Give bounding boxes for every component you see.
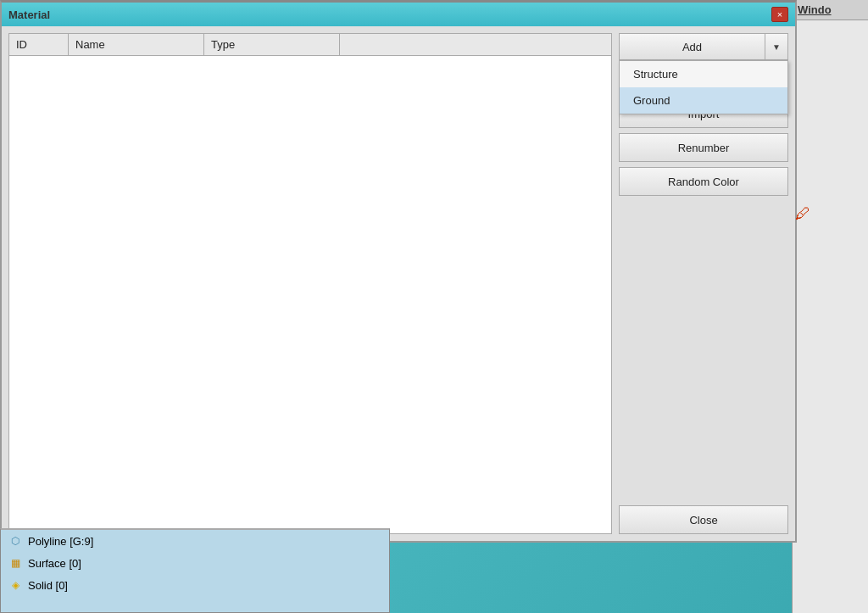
right-panel: Windo bbox=[792, 0, 868, 613]
cursor-icon: 🖊 bbox=[795, 205, 810, 223]
polyline-label: Polyline [G:9] bbox=[28, 535, 93, 548]
bottom-item-polyline[interactable]: ⬡ Polyline [G:9] bbox=[1, 530, 389, 552]
dialog-title: Material bbox=[8, 8, 50, 21]
random-color-button[interactable]: Random Color bbox=[619, 167, 788, 196]
dialog-titlebar: Material × bbox=[2, 3, 795, 26]
solid-label: Solid [0] bbox=[28, 579, 68, 592]
surface-label: Surface [0] bbox=[28, 557, 81, 570]
add-dropdown-menu: Structure Ground bbox=[619, 60, 788, 114]
add-button[interactable]: Add bbox=[619, 33, 765, 60]
table-body bbox=[9, 56, 611, 533]
button-spacer bbox=[619, 201, 788, 500]
bottom-item-solid[interactable]: ◈ Solid [0] bbox=[1, 574, 389, 596]
right-panel-header: Windo bbox=[793, 0, 868, 20]
close-button[interactable]: Close bbox=[619, 505, 788, 534]
dialog-content: ID Name Type Add ▼ Structure Ground Copy… bbox=[2, 26, 795, 541]
bottom-item-surface[interactable]: ▦ Surface [0] bbox=[1, 552, 389, 574]
table-col-id: ID bbox=[9, 34, 69, 55]
polyline-icon: ⬡ bbox=[8, 533, 23, 549]
solid-icon: ◈ bbox=[8, 577, 23, 593]
material-dialog: Material × ID Name Type Add ▼ Structure … bbox=[0, 0, 797, 543]
dropdown-item-structure[interactable]: Structure bbox=[620, 61, 787, 87]
material-table: ID Name Type bbox=[8, 33, 612, 534]
add-button-row: Add ▼ Structure Ground bbox=[619, 33, 788, 60]
buttons-panel: Add ▼ Structure Ground Copy Import Renum… bbox=[619, 33, 788, 534]
renumber-button[interactable]: Renumber bbox=[619, 133, 788, 162]
bottom-panel: ⬡ Polyline [G:9] ▦ Surface [0] ◈ Solid [… bbox=[0, 528, 390, 613]
table-col-name: Name bbox=[69, 34, 204, 55]
dropdown-item-ground[interactable]: Ground bbox=[620, 87, 787, 114]
table-header: ID Name Type bbox=[9, 34, 611, 56]
surface-icon: ▦ bbox=[8, 555, 23, 571]
table-col-type: Type bbox=[204, 34, 340, 55]
dialog-close-button[interactable]: × bbox=[771, 7, 788, 22]
add-dropdown-arrow[interactable]: ▼ bbox=[765, 33, 788, 60]
